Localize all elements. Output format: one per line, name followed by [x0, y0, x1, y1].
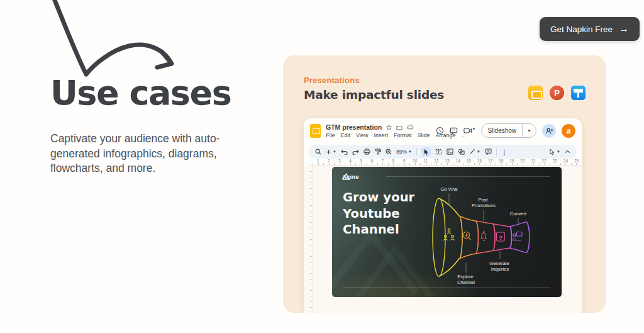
- bell-icon: [481, 232, 487, 241]
- funnel-diagram: ?: [332, 167, 562, 297]
- document-title[interactable]: GTM presentation: [326, 123, 382, 131]
- ruler-number: 17: [485, 159, 496, 163]
- ruler-number: 4: [345, 159, 355, 163]
- comments-icon[interactable]: [450, 127, 458, 135]
- ruler-number: 22: [539, 159, 550, 163]
- get-napkin-free-button[interactable]: Get Napkin Free →: [540, 17, 640, 41]
- ruler-number: 25: [571, 159, 582, 163]
- ruler-number: 15: [464, 159, 474, 163]
- menu-file[interactable]: File: [326, 132, 335, 138]
- insert-image-icon[interactable]: [447, 149, 453, 155]
- paint-format-icon[interactable]: [375, 149, 381, 155]
- account-avatar[interactable]: a: [562, 124, 575, 138]
- zoom-value: 89%: [396, 149, 407, 155]
- ruler-number: 6: [367, 159, 377, 163]
- print-icon[interactable]: [364, 149, 370, 155]
- ruler-number: 3: [334, 159, 345, 163]
- toolbar-divider: [496, 148, 497, 155]
- cta-label: Get Napkin Free: [550, 25, 613, 34]
- slides-app-icon: [310, 124, 321, 138]
- insert-comment-icon[interactable]: [485, 149, 492, 155]
- slides-toolbar: ▼ 89% ▼: [309, 145, 577, 159]
- menu-edit[interactable]: Edit: [341, 132, 351, 138]
- convert-icon: [513, 232, 522, 240]
- redo-icon[interactable]: [352, 149, 359, 155]
- ruler-number: 7: [377, 159, 388, 163]
- ruler-number: 14: [453, 159, 464, 163]
- ruler-number: 9: [399, 159, 409, 163]
- google-slides-window: GTM presentation FileEditViewInsertForma…: [304, 118, 582, 313]
- menu-insert[interactable]: Insert: [374, 132, 388, 138]
- horizontal-ruler: 1234567891011121314151617181920212223242…: [313, 159, 582, 166]
- menu-view[interactable]: View: [356, 132, 368, 138]
- arrow-right-icon: →: [619, 24, 629, 34]
- menu-format[interactable]: Format: [394, 132, 412, 138]
- stage-label: Explore Channel: [457, 274, 475, 285]
- toolbar-divider: [416, 148, 417, 155]
- zoom-level-select[interactable]: 89% ▼: [396, 149, 412, 155]
- stage-label: Generate Inquiries: [489, 261, 510, 272]
- ruler-number: 2: [323, 159, 334, 163]
- funnel-stage-3: [475, 221, 495, 254]
- undo-icon[interactable]: [341, 149, 348, 155]
- star-icon[interactable]: [386, 125, 392, 130]
- google-slides-icon: [528, 86, 543, 100]
- meet-camera-icon[interactable]: ▼: [464, 127, 476, 134]
- use-cases-section: Use cases Captivate your audience with a…: [0, 0, 644, 333]
- presentations-card: Presentations Make impactful slides P GT…: [283, 55, 606, 313]
- funnel-mouth: [433, 198, 445, 276]
- stage-label: Go Viral: [441, 186, 458, 192]
- card-title: Make impactful slides: [304, 88, 444, 101]
- slide-canvas[interactable]: Acme Grow your Youtube Channel: [304, 166, 582, 313]
- ruler-number: 20: [517, 159, 528, 163]
- slideshow-label: Slideshow: [482, 127, 522, 134]
- ruler-number: 16: [474, 159, 485, 163]
- funnel-stage-1: [439, 198, 462, 276]
- select-tool-icon[interactable]: [421, 147, 431, 157]
- version-history-icon[interactable]: [436, 127, 444, 135]
- menu-bar: FileEditViewInsertFormatSlideArrange...: [326, 132, 436, 138]
- more-options-icon[interactable]: ⋮: [501, 149, 508, 155]
- zoom-in-icon[interactable]: [386, 149, 392, 155]
- search-menus-icon[interactable]: [315, 149, 321, 155]
- insert-shape-icon[interactable]: [458, 149, 465, 155]
- stage-label: Post Promotions: [472, 197, 496, 208]
- ruler-number: 5: [356, 159, 367, 163]
- ruler-number: 12: [431, 159, 441, 163]
- app-logos: P: [528, 86, 586, 100]
- card-eyebrow: Presentations: [304, 76, 360, 85]
- ruler-number: 1: [313, 159, 323, 163]
- funnel-stage-5: [509, 222, 530, 253]
- powerpoint-icon: P: [550, 86, 564, 100]
- move-folder-icon[interactable]: [396, 125, 402, 130]
- share-button[interactable]: [542, 124, 556, 138]
- ruler-number: 10: [409, 159, 420, 163]
- ruler-number: 19: [506, 159, 517, 163]
- new-slide-icon[interactable]: ▼: [326, 149, 336, 155]
- magnifier-icon: [464, 232, 471, 240]
- funnel-stage-2: [459, 216, 479, 259]
- ruler-number: 13: [442, 159, 453, 163]
- section-description: Captivate your audience with auto-genera…: [50, 132, 250, 176]
- ruler-number: 21: [528, 159, 539, 163]
- cloud-saved-icon[interactable]: [407, 125, 414, 130]
- laser-pointer-icon[interactable]: ▼: [549, 149, 560, 155]
- page-title: Use cases: [50, 73, 231, 113]
- hand-drawn-arrow: [36, 0, 182, 82]
- stage-label: Convert: [510, 211, 527, 217]
- slideshow-button[interactable]: Slideshow ▼: [481, 123, 536, 138]
- ruler-number: 8: [388, 159, 399, 163]
- slides-titlebar: GTM presentation FileEditViewInsertForma…: [304, 118, 582, 144]
- text-box-icon[interactable]: [435, 149, 442, 155]
- slide-thumbnail[interactable]: Acme Grow your Youtube Channel: [332, 167, 562, 297]
- ruler-number: 18: [496, 159, 506, 163]
- menu-slide[interactable]: Slide: [417, 132, 430, 138]
- ruler-number: 11: [420, 159, 431, 163]
- keynote-icon: [571, 86, 586, 100]
- ruler-number: 23: [550, 159, 560, 163]
- insert-line-icon[interactable]: ▼: [469, 149, 480, 155]
- collapse-toolbar-icon[interactable]: [565, 150, 570, 154]
- vertical-ruler: [304, 166, 313, 313]
- slideshow-dropdown[interactable]: ▼: [522, 124, 536, 137]
- ruler-number: 24: [560, 159, 571, 163]
